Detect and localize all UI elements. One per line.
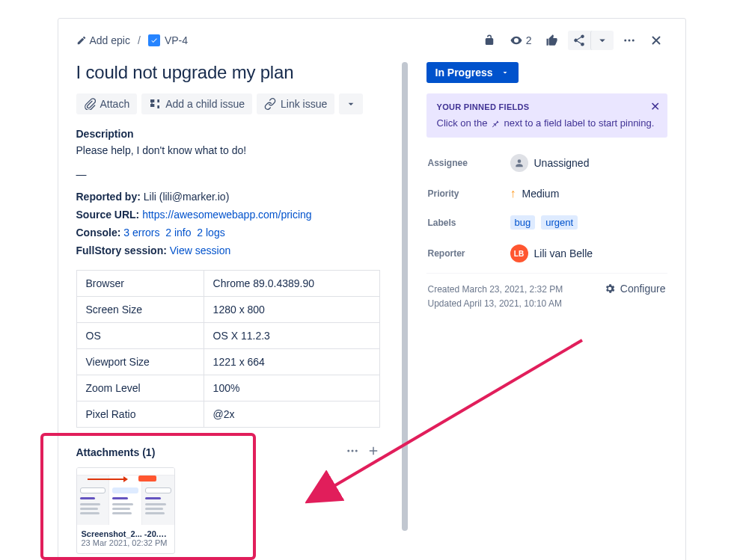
issue-action-row: Attach Add a child issue Link issue	[76, 93, 380, 114]
source-url-link[interactable]: https://awesomewebapp.com/pricing	[142, 209, 311, 221]
left-column-scrollbar[interactable]	[401, 62, 409, 560]
env-val: 1221 x 664	[204, 349, 379, 375]
env-key: OS	[76, 323, 204, 349]
reported-by-value: Lili (lili@marker.io)	[144, 191, 230, 203]
status-dropdown[interactable]: In Progress	[426, 62, 519, 83]
more-actions-button[interactable]	[618, 31, 640, 50]
label-chip[interactable]: urgent	[541, 215, 578, 230]
issue-key-link[interactable]: VP-4	[148, 34, 188, 46]
gear-icon	[604, 283, 616, 295]
breadcrumb: Add epic / VP-4	[76, 34, 189, 46]
attach-label: Attach	[100, 98, 130, 110]
labels-field[interactable]: Labels bug urgent	[426, 208, 667, 237]
thumbs-up-icon	[545, 34, 559, 47]
console-info-link[interactable]: 2 info	[165, 227, 191, 239]
attachments-header: Attachments (1)	[76, 444, 380, 460]
table-row: Viewport Size1221 x 664	[76, 349, 379, 375]
table-row: Zoom Level100%	[76, 375, 379, 401]
description-separator: —	[76, 168, 380, 180]
label-chip[interactable]: bug	[510, 215, 536, 230]
priority-field[interactable]: Priority ↑ Medium	[426, 179, 667, 208]
configure-button[interactable]: Configure	[604, 283, 666, 295]
svg-point-1	[628, 40, 630, 42]
pinned-close-button[interactable]: ✕	[650, 101, 660, 113]
pencil-icon	[76, 35, 87, 46]
issue-modal: Add epic / VP-4 2	[58, 18, 686, 560]
console-logs-link[interactable]: 2 logs	[197, 227, 224, 239]
issue-title[interactable]: I could not upgrade my plan	[76, 62, 380, 83]
close-button[interactable]	[645, 31, 667, 50]
top-bar: Add epic / VP-4 2	[76, 31, 667, 50]
add-child-label: Add a child issue	[165, 98, 245, 110]
env-val: 100%	[204, 375, 379, 401]
watch-button[interactable]: 2	[505, 31, 536, 50]
like-button[interactable]	[541, 31, 563, 50]
table-row: OSOS X 11.2.3	[76, 323, 379, 349]
more-issue-actions-button[interactable]	[339, 93, 363, 114]
attachment-card[interactable]: Screenshot_2... -20.png 23 Mar 2021, 02:…	[76, 467, 175, 554]
unassigned-avatar-icon	[510, 154, 528, 172]
console-line: Console: 3 errors 2 info 2 logs	[76, 227, 380, 239]
attachments-section: Attachments (1)	[76, 444, 380, 554]
paperclip-icon	[84, 98, 96, 110]
table-row: Pixel Ratio@2x	[76, 401, 379, 428]
add-child-issue-button[interactable]: Add a child issue	[141, 93, 252, 114]
configure-label: Configure	[620, 283, 666, 295]
eye-icon	[510, 34, 523, 47]
description-text[interactable]: Please help, I don't know what to do!	[76, 144, 380, 156]
env-key: Zoom Level	[76, 375, 204, 401]
fullstory-line: FullStory session: View session	[76, 244, 380, 256]
attachments-add-button[interactable]	[367, 444, 380, 460]
right-column: In Progress ✕ YOUR PINNED FIELDS Click o…	[426, 62, 667, 560]
priority-label: Priority	[428, 188, 510, 199]
assignee-value: Unassigned	[534, 157, 590, 169]
task-icon	[148, 34, 160, 46]
ellipsis-icon	[623, 34, 636, 47]
environment-table: BrowserChrome 89.0.4389.90 Screen Size12…	[76, 270, 380, 428]
svg-point-2	[632, 40, 634, 42]
assignee-field[interactable]: Assignee Unassigned	[426, 147, 667, 179]
share-button[interactable]	[568, 31, 590, 50]
close-icon	[649, 34, 663, 47]
env-val: Chrome 89.0.4389.90	[204, 271, 379, 297]
share-icon	[572, 34, 586, 47]
pinned-fields-banner: ✕ YOUR PINNED FIELDS Click on the next t…	[426, 93, 667, 138]
attachment-thumbnail	[77, 468, 174, 525]
description-heading: Description	[76, 128, 380, 140]
attach-button[interactable]: Attach	[76, 93, 138, 114]
ellipsis-icon	[346, 444, 359, 458]
chevron-down-icon	[596, 34, 609, 47]
reported-by-line: Reported by: Lili (lili@marker.io)	[76, 191, 380, 203]
right-divider	[426, 273, 667, 274]
timestamps: Created March 23, 2021, 2:32 PM Updated …	[428, 283, 563, 311]
unlock-icon	[483, 34, 496, 47]
env-key: Pixel Ratio	[76, 401, 204, 428]
fullstory-link[interactable]: View session	[170, 244, 230, 256]
breadcrumb-separator: /	[138, 34, 141, 46]
table-row: BrowserChrome 89.0.4389.90	[76, 271, 379, 297]
add-epic-button[interactable]: Add epic	[76, 34, 130, 46]
env-key: Viewport Size	[76, 349, 204, 375]
svg-point-4	[351, 450, 353, 452]
pinned-fields-title: YOUR PINNED FIELDS	[437, 102, 657, 111]
top-actions: 2	[478, 31, 667, 50]
svg-point-0	[624, 40, 626, 42]
chevron-down-icon	[501, 68, 510, 77]
reporter-value: Lili van Belle	[534, 247, 593, 259]
console-errors-link[interactable]: 3 errors	[123, 227, 159, 239]
reporter-field[interactable]: Reporter LB Lili van Belle	[426, 237, 667, 270]
share-dropdown-button[interactable]	[590, 31, 614, 50]
subtask-icon	[149, 98, 161, 110]
env-val: @2x	[204, 401, 379, 428]
priority-value: Medium	[522, 188, 560, 200]
created-timestamp: Created March 23, 2021, 2:32 PM	[428, 283, 563, 297]
lock-button[interactable]	[478, 31, 501, 50]
assignee-label: Assignee	[428, 158, 510, 168]
attachments-more-button[interactable]	[346, 444, 359, 460]
svg-point-5	[355, 450, 357, 452]
fullstory-label: FullStory session:	[76, 244, 167, 256]
chevron-down-icon	[345, 98, 357, 110]
link-issue-button[interactable]: Link issue	[257, 93, 334, 114]
env-key: Browser	[76, 271, 204, 297]
plus-icon	[367, 444, 380, 458]
